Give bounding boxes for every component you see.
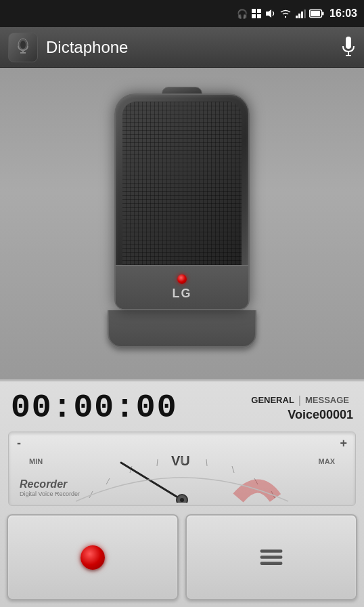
timer-display: 00:00:00 — [11, 390, 177, 426]
svg-rect-10 — [311, 11, 320, 16]
mic-bottom-panel: LG — [116, 265, 248, 309]
app-icon — [8, 33, 38, 62]
record-dot-icon — [81, 545, 105, 570]
svg-line-28 — [121, 463, 182, 500]
svg-rect-5 — [296, 16, 298, 18]
svg-point-13 — [20, 41, 26, 49]
record-button[interactable] — [7, 514, 179, 600]
mode-message[interactable]: MESSAGE — [301, 394, 353, 406]
app-title: Dictaphone — [46, 38, 341, 57]
recorder-panel: 00:00:00 GENERAL | MESSAGE Voice00001 - … — [0, 379, 364, 607]
timer-row: 00:00:00 GENERAL | MESSAGE Voice00001 — [0, 381, 364, 429]
vu-plus: + — [340, 436, 347, 451]
vu-gauge-container: MIN VU MAX — [9, 452, 355, 503]
svg-rect-31 — [260, 549, 283, 553]
recording-filename: Voice00001 — [288, 408, 353, 422]
mode-section: GENERAL | MESSAGE Voice00001 — [247, 394, 353, 422]
svg-line-20 — [106, 478, 110, 484]
controls-row — [7, 514, 357, 600]
mic-stand — [108, 310, 256, 348]
vu-meter-section: - + MIN VU MAX — [8, 432, 356, 506]
status-icons: 🎧 — [237, 8, 324, 19]
svg-rect-7 — [301, 12, 303, 18]
vu-minus: - — [17, 436, 21, 451]
brand-name: Recorder — [20, 478, 80, 490]
list-button[interactable] — [185, 514, 357, 600]
svg-line-24 — [206, 459, 207, 466]
svg-marker-4 — [266, 9, 271, 18]
svg-rect-6 — [298, 14, 300, 18]
svg-line-22 — [157, 459, 158, 466]
mode-general[interactable]: GENERAL — [247, 394, 298, 406]
app-bar: Dictaphone — [0, 27, 364, 68]
svg-rect-3 — [257, 14, 261, 18]
lg-microphone: LG — [101, 95, 263, 352]
svg-rect-2 — [252, 14, 256, 18]
list-icon — [258, 546, 285, 569]
recorder-brand: Recorder Digital Voice Recorder — [20, 478, 80, 497]
vu-top-bar: - + — [9, 432, 355, 452]
status-time: 16:03 — [329, 7, 357, 20]
mic-toolbar-icon[interactable] — [341, 37, 356, 58]
headphones-icon: 🎧 — [237, 9, 248, 19]
mode-tabs: GENERAL | MESSAGE — [247, 394, 353, 406]
volume-icon — [265, 8, 276, 19]
svg-point-30 — [180, 498, 184, 502]
mic-red-indicator — [177, 274, 187, 284]
svg-rect-11 — [322, 12, 324, 16]
dictaphone-app-icon — [14, 38, 32, 57]
brand-sub: Digital Voice Recorder — [20, 490, 80, 497]
svg-rect-32 — [260, 556, 283, 559]
svg-line-25 — [232, 466, 234, 473]
mic-grill — [122, 102, 242, 268]
status-bar: 🎧 16:03 — [0, 0, 364, 27]
battery-icon — [309, 9, 324, 18]
mic-body: LG — [114, 93, 250, 310]
svg-rect-0 — [252, 9, 256, 13]
svg-rect-1 — [257, 9, 261, 13]
grid-icon — [251, 8, 262, 19]
lg-logo: LG — [173, 287, 192, 301]
svg-rect-8 — [304, 9, 306, 18]
svg-rect-33 — [260, 562, 283, 565]
svg-rect-16 — [346, 37, 351, 49]
wifi-icon — [279, 8, 292, 19]
signal-icon — [295, 8, 306, 19]
mic-area: LG — [0, 68, 364, 379]
